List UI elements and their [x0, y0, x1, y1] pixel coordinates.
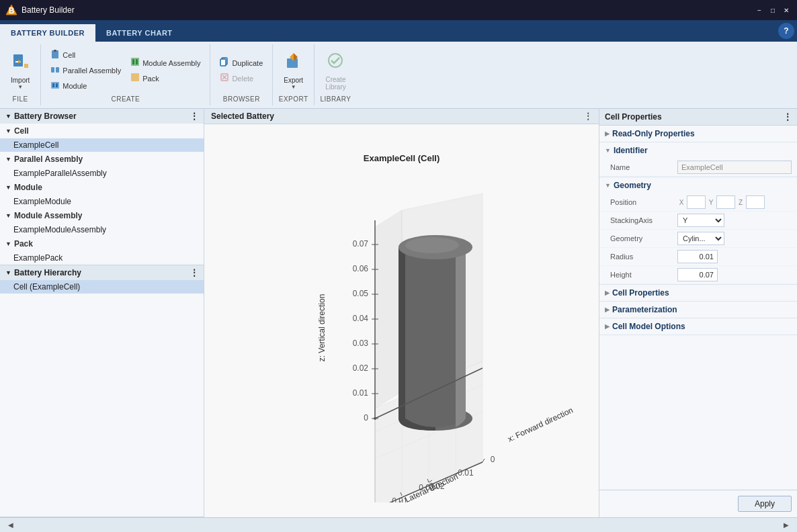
pack-button[interactable]: Pack [126, 71, 204, 85]
geometry-type-label: Geometry [610, 234, 677, 242]
height-label: Height [610, 271, 677, 279]
battery-browser-menu-icon[interactable]: ⋮ [190, 112, 198, 121]
cell-properties-title: Cell Properties [605, 112, 662, 122]
ribbon-group-library: CreateLibrary LIBRARY [314, 44, 357, 105]
position-x-input[interactable] [687, 195, 706, 209]
cell-properties-section-label: Cell Properties [612, 288, 669, 298]
tree-item-example-parallel[interactable]: ExampleParallelAssembly [0, 167, 204, 180]
battery-browser-section: ▼ Battery Browser ⋮ ▼ Cell ExampleCell ▼… [0, 109, 204, 265]
tree-group-parallel[interactable]: ▼ Parallel Assembly [0, 152, 204, 167]
right-panel-menu[interactable]: ⋮ [784, 112, 792, 122]
tree-item-example-module-assembly[interactable]: ExampleModuleAssembly [0, 223, 204, 236]
svg-rect-11 [52, 83, 54, 87]
geometry-header[interactable]: ▼ Geometry [599, 177, 797, 193]
tree-group-parallel-label: Parallel Assembly [14, 154, 83, 164]
svg-rect-15 [136, 59, 138, 64]
name-input[interactable] [677, 161, 792, 174]
position-z-input[interactable] [746, 195, 765, 209]
radius-input[interactable] [677, 250, 718, 263]
geometry-arrow: ▼ [605, 182, 611, 189]
import-button[interactable]: Import ▼ [5, 49, 35, 93]
tree-item-example-pack[interactable]: ExamplePack [0, 251, 204, 265]
cell-button[interactable]: Cell [46, 48, 125, 62]
battery-hierarchy-menu-icon[interactable]: ⋮ [190, 268, 198, 277]
read-only-arrow: ▶ [605, 130, 610, 137]
center-panel: Selected Battery ⋮ ExampleCell (Cell) [204, 109, 599, 517]
right-panel-header: Cell Properties ⋮ [599, 109, 797, 126]
geometry-type-select[interactable]: Cylin... Prismatic Pouch [677, 232, 724, 245]
import-arrow: ▼ [17, 84, 23, 90]
read-only-header[interactable]: ▶ Read-Only Properties [599, 126, 797, 142]
center-panel-menu[interactable]: ⋮ [584, 112, 592, 121]
read-only-section: ▶ Read-Only Properties [599, 126, 797, 142]
position-y-input[interactable] [716, 195, 735, 209]
tree-item-example-module[interactable]: ExampleModule [0, 195, 204, 208]
radius-label: Radius [610, 253, 677, 261]
example-pack-label: ExamplePack [13, 253, 62, 263]
position-value: X Y Z [677, 195, 792, 209]
svg-rect-12 [56, 83, 58, 87]
export-button[interactable]: Export ▼ [278, 49, 308, 93]
tree-group-cell-label: Cell [14, 126, 29, 136]
tree-group-module-assembly[interactable]: ▼ Module Assembly [0, 208, 204, 223]
parameterization-label: Parameterization [612, 305, 677, 314]
close-button[interactable]: ✕ [781, 5, 792, 15]
tree-group-pack[interactable]: ▼ Pack [0, 236, 204, 251]
cell-properties-header[interactable]: ▶ Cell Properties [599, 285, 797, 301]
ribbon: Import ▼ FILE Cell Parallel Assembly [0, 42, 797, 109]
geometry-label: Geometry [614, 181, 651, 190]
module-assembly-button[interactable]: Module Assembly [126, 56, 204, 70]
left-panel: ▼ Battery Browser ⋮ ▼ Cell ExampleCell ▼… [0, 109, 204, 517]
parameterization-arrow: ▶ [605, 306, 610, 313]
maximize-button[interactable]: □ [767, 5, 778, 15]
scroll-left-button[interactable]: ◀ [5, 520, 16, 531]
hierarchy-item-cell[interactable]: Cell (ExampleCell) [0, 280, 204, 294]
scroll-right-button[interactable]: ▶ [781, 520, 792, 531]
delete-button[interactable]: Delete [216, 71, 267, 85]
module-icon [50, 81, 60, 92]
cell-properties-arrow: ▶ [605, 290, 610, 296]
ribbon-group-file: Import ▼ FILE [0, 44, 41, 105]
cell-model-options-header[interactable]: ▶ Cell Model Options [599, 318, 797, 335]
identifier-header[interactable]: ▼ Identifier [599, 142, 797, 159]
stacking-axis-label: StackingAxis [610, 216, 677, 224]
svg-text:0.04: 0.04 [352, 314, 368, 323]
module-button[interactable]: Module [46, 79, 125, 93]
height-value [677, 268, 792, 281]
tree-group-cell[interactable]: ▼ Cell [0, 124, 204, 138]
battery-hierarchy-header[interactable]: ▼ Battery Hierarchy ⋮ [0, 265, 204, 280]
height-input[interactable] [677, 268, 718, 281]
svg-text:0: 0 [364, 413, 368, 423]
y-label: Y [707, 199, 715, 206]
app-title: Battery Builder [22, 5, 75, 15]
right-panel: Cell Properties ⋮ ▶ Read-Only Properties… [599, 109, 797, 517]
browser-group-label: BROWSER [216, 94, 267, 103]
create-library-label: CreateLibrary [325, 76, 346, 91]
svg-text:0: 0 [490, 455, 495, 464]
minimize-button[interactable]: − [754, 5, 765, 15]
parallel-assembly-button[interactable]: Parallel Assembly [46, 64, 125, 78]
battery-browser-header[interactable]: ▼ Battery Browser ⋮ [0, 109, 204, 124]
parameterization-header[interactable]: ▶ Parameterization [599, 302, 797, 318]
tree-item-example-cell[interactable]: ExampleCell [0, 138, 204, 152]
create-library-button[interactable]: CreateLibrary [320, 48, 351, 93]
svg-line-64 [483, 459, 485, 462]
cell-properties-section: ▶ Cell Properties [599, 285, 797, 302]
apply-button[interactable]: Apply [738, 496, 792, 512]
chart-area: ExampleCell (Cell) [204, 124, 599, 517]
ribbon-group-browser: Duplicate Delete BROWSER [210, 44, 273, 105]
tree-group-module[interactable]: ▼ Module [0, 180, 204, 195]
stacking-axis-select[interactable]: Y X Z [677, 214, 724, 227]
selected-battery-title: Selected Battery [211, 112, 274, 121]
svg-text:B: B [9, 6, 15, 15]
tab-battery-chart[interactable]: BATTERY CHART [95, 23, 183, 42]
help-button[interactable]: ? [778, 23, 794, 39]
x-label: X [677, 199, 685, 206]
svg-text:0.01: 0.01 [352, 388, 368, 398]
identifier-label: Identifier [614, 146, 648, 155]
cell-model-options-section: ▶ Cell Model Options [599, 318, 797, 335]
tab-battery-builder[interactable]: BATTERY BUILDER [0, 23, 95, 42]
duplicate-button[interactable]: Duplicate [216, 56, 267, 70]
tree-group-pack-arrow: ▼ [5, 240, 11, 247]
center-panel-header: Selected Battery ⋮ [204, 109, 599, 124]
